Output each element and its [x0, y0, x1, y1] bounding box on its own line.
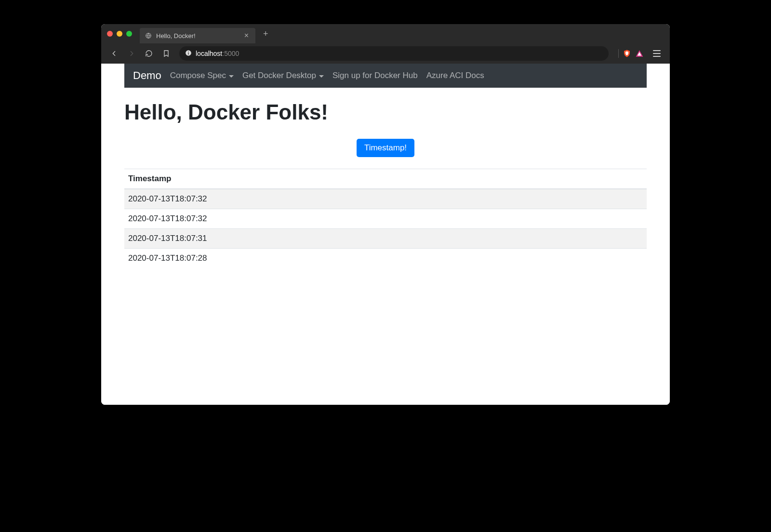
svg-rect-2: [188, 51, 188, 52]
nav-link-compose-spec[interactable]: Compose Spec: [170, 71, 234, 80]
nav-link-signup-docker-hub[interactable]: Sign up for Docker Hub: [332, 71, 418, 80]
chevron-down-icon: [229, 75, 234, 78]
window-close-button[interactable]: [107, 31, 113, 37]
titlebar: Hello, Docker! × +: [101, 24, 670, 43]
tab-close-button[interactable]: ×: [242, 31, 251, 40]
new-tab-button[interactable]: +: [259, 24, 272, 43]
nav-link-label: Sign up for Docker Hub: [332, 71, 418, 80]
navbar-brand[interactable]: Demo: [133, 69, 161, 82]
url-port: :5000: [222, 50, 239, 57]
table-row: 2020-07-13T18:07:32: [124, 209, 647, 229]
tab-title: Hello, Docker!: [156, 32, 239, 40]
nav-link-get-docker-desktop[interactable]: Get Docker Desktop: [242, 71, 324, 80]
timestamp-cell: 2020-07-13T18:07:31: [124, 229, 647, 249]
url-text: localhost:5000: [196, 50, 239, 57]
page-viewport: Demo Compose Spec Get Docker Desktop Sig…: [101, 64, 670, 405]
svg-rect-3: [188, 52, 188, 54]
table-header-timestamp: Timestamp: [124, 169, 647, 189]
page-container: Hello, Docker Folks! Timestamp! Timestam…: [101, 88, 670, 280]
toolbar: localhost:5000: [101, 43, 670, 64]
window-minimize-button[interactable]: [117, 31, 122, 37]
address-bar[interactable]: localhost:5000: [179, 46, 609, 61]
timestamp-cell: 2020-07-13T18:07:32: [124, 189, 647, 209]
nav-links: Compose Spec Get Docker Desktop Sign up …: [170, 71, 484, 80]
menu-button[interactable]: [650, 46, 664, 61]
nav-forward-button[interactable]: [124, 46, 139, 61]
nav-link-label: Compose Spec: [170, 71, 226, 80]
brave-shield-icon[interactable]: [623, 49, 631, 58]
url-host: localhost: [196, 50, 222, 57]
nav-link-azure-aci-docs[interactable]: Azure ACI Docs: [426, 71, 484, 80]
browser-tab[interactable]: Hello, Docker! ×: [140, 28, 255, 43]
timestamp-cell: 2020-07-13T18:07:28: [124, 249, 647, 268]
nav-back-button[interactable]: [107, 46, 121, 61]
table-row: 2020-07-13T18:07:31: [124, 229, 647, 249]
toolbar-right: [618, 49, 644, 58]
reload-button[interactable]: [142, 46, 156, 61]
window-maximize-button[interactable]: [126, 31, 132, 37]
timestamp-button[interactable]: Timestamp!: [357, 139, 414, 157]
app-navbar: Demo Compose Spec Get Docker Desktop Sig…: [124, 64, 647, 88]
nav-link-label: Azure ACI Docs: [426, 71, 484, 80]
globe-icon: [145, 32, 152, 40]
page-title: Hello, Docker Folks!: [124, 100, 647, 124]
table-row: 2020-07-13T18:07:28: [124, 249, 647, 268]
table-row: 2020-07-13T18:07:32: [124, 189, 647, 209]
separator: [618, 49, 619, 58]
timestamp-cell: 2020-07-13T18:07:32: [124, 209, 647, 229]
timestamp-table: Timestamp 2020-07-13T18:07:32 2020-07-13…: [124, 169, 647, 268]
bookmark-button[interactable]: [159, 46, 173, 61]
button-row: Timestamp!: [124, 139, 647, 157]
site-info-icon[interactable]: [185, 50, 192, 58]
traffic-lights: [107, 31, 132, 37]
nav-link-label: Get Docker Desktop: [242, 71, 316, 80]
chevron-down-icon: [319, 75, 324, 78]
extension-icon[interactable]: [635, 49, 644, 58]
browser-window: Hello, Docker! × + localhost:5000: [101, 24, 670, 405]
